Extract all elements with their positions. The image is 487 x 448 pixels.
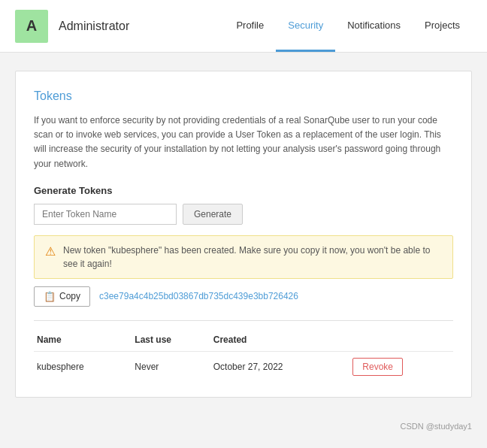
- token-action-cell: Revoke: [349, 351, 453, 382]
- token-name-cell: kubesphere: [34, 351, 132, 382]
- token-created-cell: October 27, 2022: [210, 351, 350, 382]
- divider: [34, 320, 453, 321]
- tab-notifications[interactable]: Notifications: [335, 0, 413, 52]
- tab-security[interactable]: Security: [276, 0, 335, 52]
- copy-button[interactable]: 📋 Copy: [34, 286, 90, 307]
- copy-button-label: Copy: [59, 291, 80, 301]
- generate-row: Generate: [34, 204, 453, 225]
- alert-text: New token "kubesphere" has been created.…: [63, 244, 442, 271]
- generate-button[interactable]: Generate: [183, 204, 243, 225]
- token-value: c3ee79a4c4b25bd03867db735dc439e3bb726426: [99, 291, 298, 301]
- tokens-section-title: Tokens: [34, 89, 453, 103]
- copy-icon: 📋: [44, 291, 56, 302]
- avatar: A: [15, 10, 48, 43]
- tokens-description: If you want to enforce security by not p…: [34, 114, 453, 171]
- token-last-use-cell: Never: [132, 351, 210, 382]
- table-row: kubesphere Never October 27, 2022 Revoke: [34, 351, 453, 382]
- header: A Administrator Profile Security Notific…: [0, 0, 487, 53]
- copy-row: 📋 Copy c3ee79a4c4b25bd03867db735dc439e3b…: [34, 286, 453, 307]
- col-created: Created: [210, 330, 350, 352]
- tokens-table: Name Last use Created kubesphere Never O…: [34, 330, 453, 382]
- nav-tabs: Profile Security Notifications Projects: [224, 0, 472, 52]
- warning-icon: ⚠: [45, 244, 56, 259]
- revoke-button[interactable]: Revoke: [352, 358, 403, 376]
- username: Administrator: [59, 20, 129, 33]
- tokens-card: Tokens If you want to enforce security b…: [15, 71, 472, 398]
- generate-tokens-title: Generate Tokens: [34, 185, 453, 196]
- tab-profile[interactable]: Profile: [224, 0, 276, 52]
- tab-projects[interactable]: Projects: [413, 0, 472, 52]
- watermark: CSDN @studyday1: [0, 416, 487, 434]
- col-last-use: Last use: [132, 330, 210, 352]
- alert-box: ⚠ New token "kubesphere" has been create…: [34, 235, 453, 279]
- col-action: [349, 330, 453, 352]
- col-name: Name: [34, 330, 132, 352]
- main-content: Tokens If you want to enforce security b…: [0, 53, 487, 416]
- token-name-input[interactable]: [34, 204, 177, 225]
